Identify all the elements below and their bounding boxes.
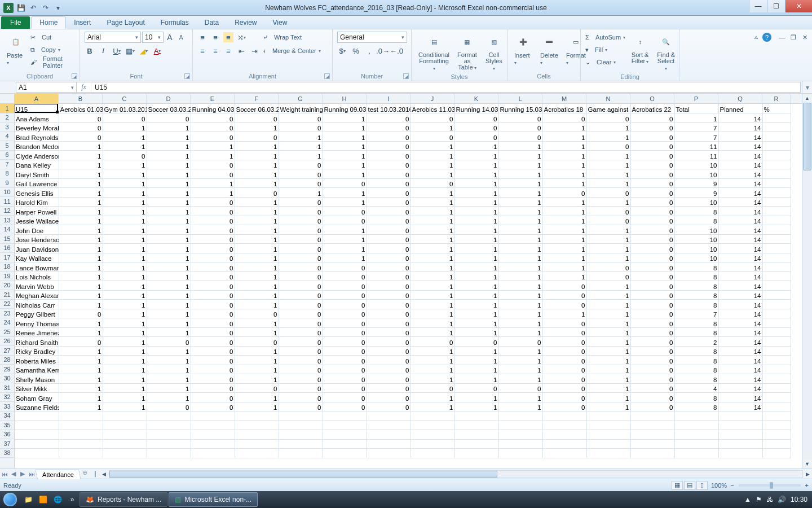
number-format-selector[interactable]: General — [337, 32, 407, 43]
cell[interactable]: 0 — [630, 178, 674, 188]
cell[interactable]: 0 — [279, 122, 323, 132]
cell[interactable]: 1 — [498, 300, 542, 309]
cell[interactable]: 8 — [674, 318, 718, 328]
cell[interactable] — [15, 411, 59, 421]
help-icon[interactable]: ? — [762, 33, 771, 42]
cell[interactable]: 0 — [630, 346, 674, 356]
number-dialog-launcher[interactable]: ◢ — [403, 73, 409, 79]
cell[interactable] — [367, 449, 411, 458]
cell[interactable] — [191, 430, 235, 440]
cell[interactable] — [762, 365, 791, 374]
window-maximize-button[interactable]: ☐ — [767, 0, 785, 12]
cell[interactable]: 0 — [630, 160, 674, 169]
cell[interactable]: Kay Wallace — [15, 253, 59, 262]
cell[interactable]: 0 — [191, 122, 235, 132]
cell[interactable]: 1 — [411, 225, 454, 235]
cell[interactable] — [762, 234, 791, 244]
cell[interactable]: 14 — [718, 393, 762, 402]
cell[interactable]: 14 — [718, 197, 762, 207]
autosum-button[interactable]: Σ AutoSum — [585, 32, 625, 43]
qat-undo-button[interactable]: ↶ — [28, 3, 38, 13]
cell[interactable]: 0 — [542, 393, 586, 402]
tab-review[interactable]: Review — [227, 16, 264, 29]
cell[interactable]: 1 — [323, 169, 367, 179]
row-header-34[interactable]: 34 — [0, 411, 14, 421]
cell[interactable]: 1 — [59, 271, 103, 281]
cell[interactable]: 14 — [718, 365, 762, 374]
row-header-38[interactable]: 38 — [0, 449, 14, 458]
cell[interactable]: 1 — [542, 207, 586, 216]
cell[interactable]: 0 — [191, 374, 235, 384]
cell[interactable]: 1 — [586, 253, 630, 262]
fill-button[interactable]: ▾ Fill — [585, 44, 625, 55]
cell[interactable]: 14 — [718, 253, 762, 262]
cell[interactable]: 0 — [279, 356, 323, 365]
cell[interactable]: 1 — [498, 393, 542, 402]
cell[interactable]: 1 — [454, 309, 498, 318]
cell[interactable] — [762, 141, 791, 151]
insert-cells-button[interactable]: ➕Insert — [512, 32, 535, 67]
row-header-1[interactable]: 1 — [0, 104, 14, 113]
cell[interactable]: 1 — [411, 290, 454, 300]
cell[interactable] — [674, 449, 718, 458]
workbook-minimize-button[interactable]: — — [777, 33, 787, 42]
cell[interactable]: Aerobics 11.03.2016 — [411, 104, 454, 113]
row-header-35[interactable]: 35 — [0, 421, 14, 430]
cell[interactable]: 0 — [411, 132, 454, 142]
accounting-format-button[interactable]: $ — [337, 46, 347, 56]
cell[interactable] — [235, 449, 279, 458]
delete-cells-button[interactable]: ➖Delete — [538, 32, 561, 67]
cell[interactable]: 0 — [367, 327, 411, 337]
cell[interactable] — [674, 430, 718, 440]
cell[interactable]: 1 — [498, 281, 542, 291]
cell[interactable]: 0 — [586, 216, 630, 225]
cell[interactable]: 0 — [542, 346, 586, 356]
paste-button[interactable]: 📋 Paste — [5, 32, 27, 67]
cell[interactable] — [762, 327, 791, 337]
cell[interactable]: 8 — [674, 281, 718, 291]
tab-view[interactable]: View — [265, 16, 295, 29]
cell[interactable]: 1 — [498, 290, 542, 300]
cell[interactable]: 1 — [103, 178, 147, 188]
column-header-D[interactable]: D — [147, 94, 191, 103]
cell[interactable]: 1 — [147, 216, 191, 225]
cell[interactable]: 1 — [103, 393, 147, 402]
cell[interactable] — [762, 188, 791, 198]
cell[interactable] — [718, 430, 762, 440]
cell[interactable]: 0 — [630, 132, 674, 142]
cell[interactable]: 0 — [586, 262, 630, 272]
column-header-I[interactable]: I — [367, 94, 411, 103]
cell[interactable]: 0 — [542, 318, 586, 328]
column-header-M[interactable]: M — [542, 94, 586, 103]
row-header-33[interactable]: 33 — [0, 402, 14, 411]
cell[interactable]: 0 — [279, 374, 323, 384]
cell[interactable]: 1 — [103, 281, 147, 291]
cell[interactable]: 0 — [542, 281, 586, 291]
cell[interactable]: 0 — [542, 356, 586, 365]
cell[interactable]: 1 — [498, 253, 542, 262]
cell[interactable]: 1 — [235, 244, 279, 253]
cell[interactable]: 1 — [59, 234, 103, 244]
cell[interactable]: 0 — [367, 188, 411, 198]
shrink-font-button[interactable]: A — [176, 32, 186, 42]
cell[interactable]: 1 — [454, 178, 498, 188]
cell[interactable]: 0 — [59, 132, 103, 142]
cell[interactable]: 0 — [454, 132, 498, 142]
cell[interactable]: 1 — [147, 318, 191, 328]
cell[interactable]: 0 — [411, 337, 454, 347]
cell[interactable]: % — [762, 104, 791, 113]
cell[interactable]: 1 — [411, 365, 454, 374]
cell[interactable]: 1 — [147, 178, 191, 188]
cell[interactable]: 0 — [630, 365, 674, 374]
formula-bar-expand-button[interactable]: ▾ — [802, 81, 812, 93]
cell[interactable] — [762, 421, 791, 430]
cell[interactable] — [147, 449, 191, 458]
cell[interactable]: 0 — [279, 197, 323, 207]
cell[interactable]: 0 — [630, 393, 674, 402]
cell[interactable]: 1 — [59, 262, 103, 272]
cell[interactable]: 11 — [674, 151, 718, 160]
cell[interactable]: 1 — [59, 383, 103, 393]
cell[interactable]: 1 — [191, 141, 235, 151]
cell[interactable]: Soccer 03.03.2016 — [147, 104, 191, 113]
cell[interactable]: 1 — [59, 188, 103, 198]
